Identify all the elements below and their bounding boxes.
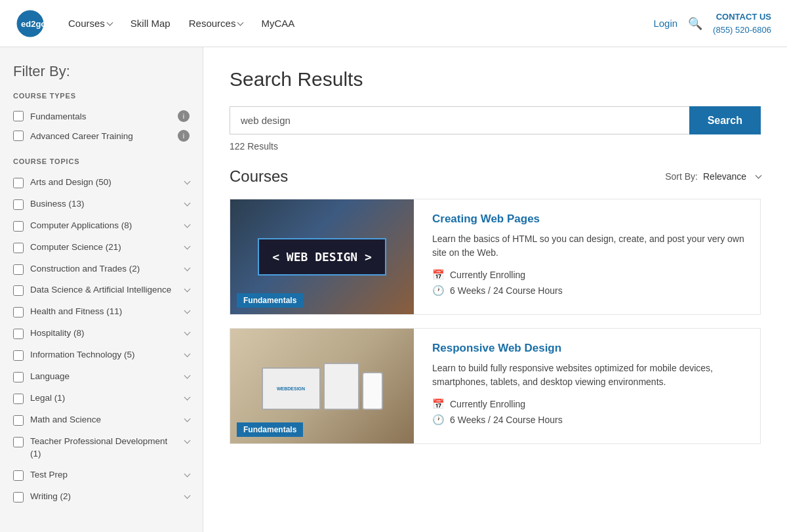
legal-checkbox[interactable] [13,394,24,404]
computer-apps-checkbox[interactable] [13,221,24,232]
language-checkbox[interactable] [13,372,24,382]
advanced-career-checkbox[interactable] [13,131,24,141]
fundamentals-label: Fundamentals [30,112,175,121]
course-desc-2: Learn to build fully responsive websites… [432,361,747,389]
courses-chevron-icon [106,19,113,26]
topic-test-prep[interactable]: Test Prep [13,464,190,486]
calendar-icon-2: 📅 [432,398,445,410]
information-technology-chevron-icon [184,351,191,358]
test-prep-chevron-icon [184,471,191,478]
business-checkbox[interactable] [13,199,24,210]
math-science-chevron-icon [184,415,191,422]
hospitality-label: Hospitality (8) [30,327,180,340]
topic-computer-apps[interactable]: Computer Applications (8) [13,215,190,237]
writing-chevron-icon [184,493,191,499]
course-badge-1: Fundamentals [237,293,303,308]
course-meta-1: 📅 Currently Enrolling 🕐 6 Weeks / 24 Cou… [432,269,747,297]
computer-apps-label: Computer Applications (8) [30,220,180,232]
topic-business[interactable]: Business (13) [13,194,190,215]
topic-teacher-dev[interactable]: Teacher Professional Development (1) [13,431,190,465]
arts-design-label: Arts and Design (50) [30,176,180,189]
logo[interactable]: ed2go [16,9,47,38]
arts-design-chevron-icon [184,178,191,185]
header-right: Login 🔍 CONTACT US (855) 520-6806 [653,10,771,36]
login-button[interactable]: Login [653,18,677,29]
hospitality-checkbox[interactable] [13,329,24,339]
teacher-dev-chevron-icon [184,437,191,443]
sidebar: Filter By: COURSE TYPES Fundamentals i A… [0,47,203,532]
search-icon[interactable]: 🔍 [688,16,702,31]
nav-skill-map[interactable]: Skill Map [131,18,171,29]
tablet-device-icon [323,363,359,410]
sort-area: Sort By: Relevance Newest Price [665,171,761,182]
topic-health-fitness[interactable]: Health and Fitness (11) [13,301,190,323]
topic-information-technology[interactable]: Information Technology (5) [13,344,190,366]
clock-icon-1: 🕐 [432,285,445,297]
construction-trades-checkbox[interactable] [13,264,24,275]
filter-advanced-career[interactable]: Advanced Career Training i [13,126,190,146]
topic-construction-trades[interactable]: Construction and Trades (2) [13,258,190,280]
writing-checkbox[interactable] [13,492,24,502]
monitor-device-icon: WEBDESIGN [262,367,321,410]
search-input[interactable] [230,106,689,134]
health-fitness-checkbox[interactable] [13,307,24,317]
topic-math-science[interactable]: Math and Science [13,409,190,431]
main-nav: Courses Skill Map Resources MyCAA [68,18,653,29]
topic-language[interactable]: Language [13,366,190,388]
page-layout: Filter By: COURSE TYPES Fundamentals i A… [0,47,787,532]
course-title-2[interactable]: Responsive Web Design [432,342,747,355]
advanced-career-info-icon[interactable]: i [178,130,190,142]
health-fitness-label: Health and Fitness (11) [30,306,180,318]
advanced-career-label: Advanced Career Training [30,131,175,141]
fundamentals-checkbox[interactable] [13,111,24,121]
filter-fundamentals[interactable]: Fundamentals i [13,106,190,126]
business-label: Business (13) [30,198,180,211]
course-status-1: 📅 Currently Enrolling [432,269,747,281]
topic-writing[interactable]: Writing (2) [13,486,190,508]
nav-resources[interactable]: Resources [189,18,243,29]
construction-trades-chevron-icon [184,264,191,271]
legal-chevron-icon [184,394,191,400]
topic-arts-design[interactable]: Arts and Design (50) [13,172,190,194]
computer-science-label: Computer Science (21) [30,241,180,254]
arts-design-checkbox[interactable] [13,178,24,188]
nav-courses[interactable]: Courses [68,18,112,29]
courses-header: Courses Sort By: Relevance Newest Price [230,167,761,186]
course-duration-1: 🕐 6 Weeks / 24 Course Hours [432,285,747,297]
teacher-dev-label: Teacher Professional Development (1) [30,436,180,460]
teacher-dev-checkbox[interactable] [13,437,24,447]
course-info-1: Creating Web Pages Learn the basics of H… [430,199,760,314]
results-count: 122 Results [230,141,761,152]
information-technology-checkbox[interactable] [13,350,24,361]
topic-data-science[interactable]: Data Science & Artificial Intelligence [13,279,190,301]
test-prep-label: Test Prep [30,469,180,481]
course-meta-2: 📅 Currently Enrolling 🕐 6 Weeks / 24 Cou… [432,398,747,426]
page-title: Search Results [230,68,761,91]
business-chevron-icon [184,199,191,206]
course-types-label: COURSE TYPES [13,92,190,100]
sort-select[interactable]: Relevance Newest Price [703,171,760,182]
course-topics-label: COURSE TOPICS [13,157,190,165]
computer-science-checkbox[interactable] [13,243,24,253]
topic-computer-science[interactable]: Computer Science (21) [13,237,190,258]
header: ed2go Courses Skill Map Resources MyCAA … [0,0,787,47]
math-science-label: Math and Science [30,414,180,426]
contact-us-label: CONTACT US [713,10,771,24]
test-prep-checkbox[interactable] [13,470,24,481]
fundamentals-info-icon[interactable]: i [178,110,190,122]
language-chevron-icon [184,373,191,379]
math-science-checkbox[interactable] [13,415,24,426]
data-science-checkbox[interactable] [13,285,24,296]
course-desc-1: Learn the basics of HTML so you can desi… [432,232,747,260]
contact-info: CONTACT US (855) 520-6806 [713,10,771,36]
topic-legal[interactable]: Legal (1) [13,388,190,409]
course-title-1[interactable]: Creating Web Pages [432,213,747,226]
search-button[interactable]: Search [689,106,761,134]
topic-hospitality[interactable]: Hospitality (8) [13,323,190,344]
hospitality-chevron-icon [184,329,191,336]
courses-section-title: Courses [230,167,288,186]
writing-label: Writing (2) [30,491,180,503]
nav-mycaa[interactable]: MyCAA [261,18,294,29]
legal-label: Legal (1) [30,392,180,405]
web-design-graphic-text: < WEB DESIGN > [258,238,386,276]
